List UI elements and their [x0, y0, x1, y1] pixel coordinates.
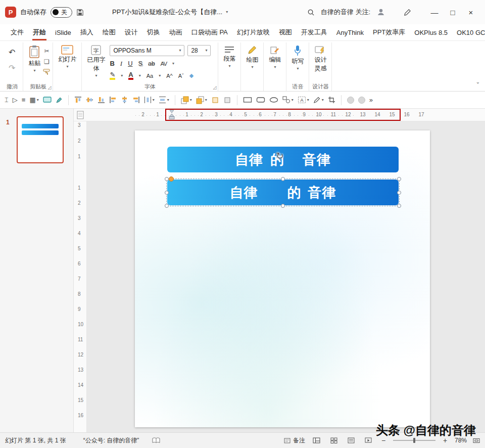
adjust-handle[interactable]	[169, 176, 174, 182]
resize-handle[interactable]	[281, 204, 285, 208]
paste-button[interactable]: 粘贴 ▾	[26, 43, 43, 74]
align-middle-icon[interactable]	[86, 96, 93, 104]
resize-handle[interactable]	[397, 204, 401, 208]
copy-button[interactable]: ❏	[44, 58, 50, 65]
resize-handle[interactable]	[165, 191, 169, 195]
slide-sorter-view-icon[interactable]	[328, 435, 340, 445]
zoom-slider-thumb[interactable]	[413, 438, 415, 443]
maximize-button[interactable]: □	[444, 4, 462, 20]
align-bottom-icon[interactable]	[98, 96, 105, 104]
underline-button[interactable]: U	[128, 60, 132, 67]
tab-drawing[interactable]: 绘图	[98, 24, 120, 40]
spellcheck-icon[interactable]	[152, 437, 160, 443]
font-name-select[interactable]: OPPOSans M ▾	[110, 45, 184, 56]
ellipse-shape-icon[interactable]	[269, 96, 278, 104]
clipboard-dialog-launcher-icon[interactable]: ◿	[47, 85, 51, 90]
tab-insert[interactable]: 插入	[76, 24, 98, 40]
resize-handle[interactable]	[165, 177, 169, 181]
bring-to-front-icon[interactable]: ▾	[181, 96, 192, 104]
align-right-icon[interactable]	[132, 96, 140, 104]
redo-button[interactable]: ↷	[9, 63, 15, 73]
autosave-toggle[interactable]: 关	[51, 7, 72, 18]
tab-ok10[interactable]: OK10 GC	[452, 24, 485, 40]
rotate-handle-icon[interactable]: ↻	[276, 150, 284, 162]
banner-shape-bottom-selected[interactable]: 自律 的 音律	[167, 180, 399, 205]
font-color-button[interactable]: A	[128, 71, 133, 80]
change-case-button[interactable]: Aa	[147, 73, 153, 79]
resize-handle[interactable]	[281, 177, 285, 181]
tab-file[interactable]: 文件	[6, 24, 28, 40]
document-title[interactable]: PPT小知识&疑难杂症-公众号【自律... ▾	[112, 8, 228, 17]
tab-developer[interactable]: 开发工具	[297, 24, 332, 40]
send-backward-icon[interactable]	[223, 96, 231, 104]
resize-handle[interactable]	[165, 204, 169, 208]
crop-icon[interactable]	[328, 96, 335, 104]
font-size-select[interactable]: 28 ▾	[187, 45, 211, 56]
draw-pen-icon[interactable]: ▾	[313, 96, 324, 104]
normal-view-icon[interactable]	[311, 435, 322, 445]
send-to-back-icon[interactable]: ▾	[196, 96, 207, 104]
tab-okplus[interactable]: OKPlus 8.5	[410, 24, 452, 40]
tab-animations[interactable]: 动画	[165, 24, 187, 40]
tab-transitions[interactable]: 切换	[142, 24, 165, 40]
align-left-icon[interactable]	[109, 96, 117, 104]
format-painter-button[interactable]	[43, 69, 50, 75]
bring-forward-icon[interactable]	[211, 96, 219, 104]
character-spacing-button[interactable]: AV	[161, 61, 167, 67]
pen-icon[interactable]	[404, 9, 411, 16]
slide-canvas[interactable]: 自律 的 音律 ↻ 自律 的 音律	[135, 130, 430, 427]
increase-font-button[interactable]: A^	[166, 73, 173, 79]
rounded-rectangle-shape-icon[interactable]	[256, 96, 265, 104]
more-shapes-icon[interactable]: ▾	[282, 96, 294, 104]
minimize-button[interactable]: —	[425, 4, 444, 20]
text-box-icon[interactable]: A ▾	[298, 96, 309, 104]
save-icon[interactable]	[76, 9, 84, 16]
tab-ppt-library[interactable]: PPT效率库	[368, 24, 410, 40]
fit-text-icon[interactable]: ⌶	[5, 96, 9, 104]
align-center-icon[interactable]	[121, 96, 128, 104]
tab-islide[interactable]: iSlide	[51, 24, 76, 40]
strikethrough-button[interactable]: ab	[148, 60, 155, 67]
tab-view[interactable]: 视图	[274, 24, 297, 40]
horizontal-ruler[interactable]: 2 1 1 2 3 4 5 6 7 8 9 10 11 12 13 14 15 …	[87, 109, 485, 121]
rectangle-shape-icon[interactable]	[243, 96, 252, 104]
search-icon[interactable]	[307, 9, 315, 16]
font-dialog-launcher-icon[interactable]: ◿	[213, 85, 216, 90]
close-button[interactable]: ×	[462, 4, 480, 20]
dictate-button[interactable]: 听写 ▾	[289, 43, 306, 72]
ruler-corner-icon[interactable]	[74, 109, 87, 121]
tab-home[interactable]: 开始	[28, 24, 51, 40]
reading-view-icon[interactable]	[346, 435, 357, 445]
undo-button[interactable]: ↶	[9, 48, 15, 57]
align-top-icon[interactable]	[74, 96, 82, 104]
italic-button[interactable]: I	[120, 60, 122, 68]
clear-formatting-icon[interactable]: ◆	[189, 72, 193, 79]
avatar-icon[interactable]	[376, 8, 385, 17]
slide-thumbnail[interactable]	[17, 116, 64, 163]
collapse-ribbon-icon[interactable]: ˇ	[477, 81, 479, 89]
bold-button[interactable]: B	[110, 60, 114, 67]
notes-button[interactable]: 备注	[284, 436, 305, 445]
resize-handle[interactable]	[397, 177, 401, 181]
text-direction-icon[interactable]: ≡	[22, 96, 26, 104]
tab-anythink[interactable]: AnyThink	[332, 24, 368, 40]
paragraph-button[interactable]: 段落 ▾	[221, 43, 238, 70]
slides-button[interactable]: 幻灯片 ▾	[56, 43, 79, 70]
tab-slideshow[interactable]: 幻灯片放映	[232, 24, 274, 40]
decrease-font-button[interactable]: Aˇ	[178, 73, 184, 79]
tab-pocket-animation[interactable]: 口袋动画 PA	[187, 24, 232, 40]
distribute-vertical-icon[interactable]: ▾	[159, 96, 169, 104]
format-brush-icon[interactable]	[56, 97, 63, 104]
account-name[interactable]: 自律的音律 关注:	[321, 8, 370, 17]
screen-capture-icon[interactable]	[43, 97, 52, 103]
text-shadow-button[interactable]: S	[138, 60, 143, 67]
used-fonts-button[interactable]: 字 已用字 体 ▾	[84, 43, 108, 79]
editing-button[interactable]: 编辑 ▾	[266, 43, 283, 71]
table-grid-icon[interactable]: ▦▾	[29, 96, 38, 104]
cut-button[interactable]: ✂	[44, 48, 49, 55]
tab-design[interactable]: 设计	[120, 24, 142, 40]
select-pointer-icon[interactable]: ▷	[13, 96, 18, 104]
powerpoint-logo-icon[interactable]: P	[5, 7, 16, 18]
highlight-color-button[interactable]: ✎	[110, 71, 115, 80]
slideshow-view-icon[interactable]	[363, 435, 374, 445]
